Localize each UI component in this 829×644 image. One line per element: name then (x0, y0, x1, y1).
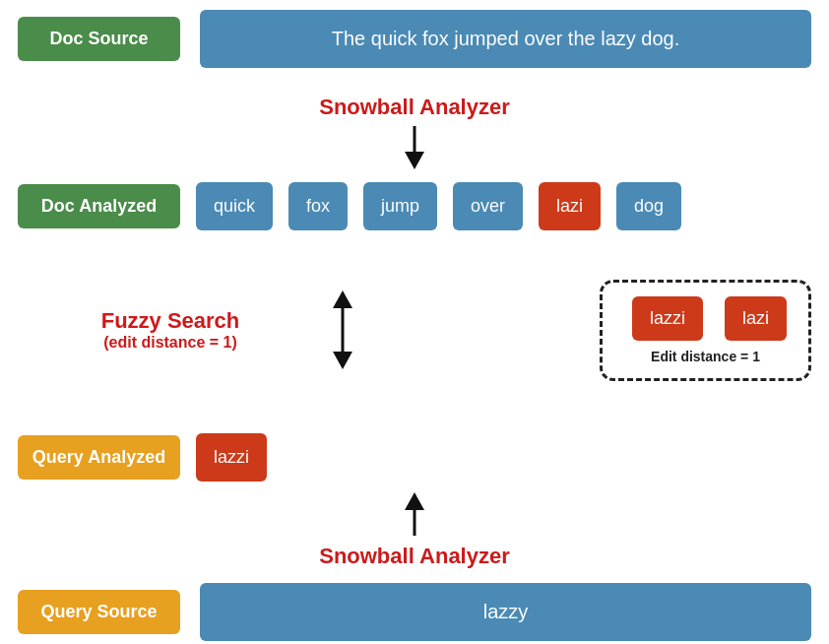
query-analyzed-row: Query Analyzed lazzi (18, 433, 811, 482)
svg-marker-5 (405, 492, 424, 510)
query-source-text: lazzy (200, 583, 811, 641)
arrow-down-1 (401, 126, 428, 173)
query-analyzed-token: lazzi (196, 433, 267, 482)
token-fox: fox (288, 182, 348, 230)
arrow-updown (323, 290, 362, 369)
token-lazi: lazi (539, 182, 601, 230)
fuzzy-search-row: Fuzzy Search (edit distance = 1) lazzi l… (18, 276, 811, 384)
doc-analyzed-label: Doc Analyzed (18, 184, 180, 228)
doc-analyzed-row: Doc Analyzed quick fox jump over lazi do… (18, 182, 811, 230)
snowball-analyzer-1-label: Snowball Analyzer (319, 95, 510, 120)
doc-source-text: The quick fox jumped over the lazy dog. (200, 10, 811, 68)
doc-source-row: Doc Source The quick fox jumped over the… (18, 10, 811, 68)
arrow-up-2 (401, 492, 428, 540)
svg-marker-4 (333, 352, 352, 369)
token-jump: jump (363, 182, 437, 230)
token-over: over (453, 182, 523, 230)
snowball-analyzer-2-label: Snowball Analyzer (319, 544, 510, 569)
token-quick: quick (196, 182, 273, 230)
query-source-label: Query Source (18, 590, 180, 634)
snowball-analyzer-2-section: Snowball Analyzer (18, 492, 811, 571)
svg-marker-1 (405, 152, 424, 169)
snowball-analyzer-1-section: Snowball Analyzer (18, 87, 811, 173)
query-analyzed-label: Query Analyzed (18, 435, 180, 480)
doc-source-label: Doc Source (18, 17, 180, 61)
fuzzy-box: lazzi lazi Edit distance = 1 (600, 280, 811, 381)
query-source-row: Query Source lazzy (18, 583, 811, 641)
fuzzy-token-lazzi: lazzi (632, 296, 703, 341)
diagram: Doc Source The quick fox jumped over the… (0, 0, 829, 644)
fuzzy-search-label-area: Fuzzy Search (edit distance = 1) (18, 308, 323, 352)
fuzzy-tokens: lazzi lazi (624, 296, 787, 341)
fuzzy-search-label: Fuzzy Search (18, 308, 323, 334)
fuzzy-token-lazi: lazi (725, 296, 787, 341)
edit-distance-label: Edit distance = 1 (651, 349, 760, 364)
fuzzy-search-sublabel: (edit distance = 1) (18, 334, 323, 352)
svg-marker-2 (333, 290, 352, 308)
token-dog: dog (616, 182, 681, 230)
